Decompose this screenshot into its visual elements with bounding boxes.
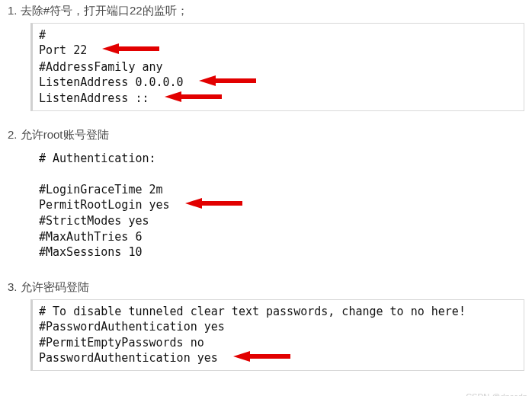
step-text: 去除#符号，打开端口22的监听；	[21, 4, 188, 17]
svg-marker-4	[233, 351, 290, 362]
arrow-icon	[165, 91, 222, 107]
code-line: Port 22	[39, 43, 518, 59]
step-num: 3.	[8, 280, 18, 293]
step-text: 允许密码登陆	[21, 280, 89, 293]
code-block-3: # To disable tunneled clear text passwor…	[30, 299, 524, 371]
arrow-icon	[199, 75, 256, 91]
code-line: #StrictModes yes	[39, 213, 518, 228]
step-2: 2. 允许root账号登陆 # Authentication: #LoginGr…	[8, 128, 524, 263]
code-line	[39, 167, 518, 182]
arrow-icon	[102, 43, 159, 59]
code-line: #MaxAuthTries 6	[39, 229, 518, 244]
svg-marker-0	[102, 43, 159, 54]
code-line: #	[39, 27, 518, 43]
code-line: PermitRootLogin yes	[39, 197, 518, 213]
svg-marker-2	[165, 91, 222, 102]
code-line: # Authentication:	[39, 151, 518, 166]
code-line: #AddressFamily any	[39, 59, 518, 75]
step-num: 1.	[8, 4, 18, 17]
code-line: #MaxSessions 10	[39, 244, 518, 260]
step-1: 1. 去除#符号，打开端口22的监听； # Port 22 #AddressFa…	[8, 4, 524, 111]
code-line: ListenAddress ::	[39, 91, 518, 107]
code-block-2: # Authentication: #LoginGraceTime 2m Per…	[30, 147, 524, 263]
step-text: 允许root账号登陆	[21, 128, 109, 141]
code-line: # To disable tunneled clear text passwor…	[39, 304, 518, 319]
step-3: 3. 允许密码登陆 # To disable tunneled clear te…	[8, 280, 524, 371]
code-line: #PermitEmptyPasswords no	[39, 335, 518, 350]
code-line: #LoginGraceTime 2m	[39, 182, 518, 197]
step-title: 3. 允许密码登陆	[8, 280, 524, 295]
code-line: ListenAddress 0.0.0.0	[39, 75, 518, 91]
step-title: 1. 去除#符号，打开端口22的监听；	[8, 4, 524, 18]
code-block-1: # Port 22 #AddressFamily any ListenAddre…	[30, 23, 524, 111]
arrow-icon	[185, 197, 242, 213]
svg-marker-3	[185, 198, 242, 209]
watermark: CSDN @dpscdp	[466, 392, 527, 396]
arrow-icon	[233, 350, 290, 366]
step-num: 2.	[8, 128, 18, 141]
code-line: PasswordAuthentication yes	[39, 350, 518, 366]
step-title: 2. 允许root账号登陆	[8, 128, 524, 142]
code-line: #PasswordAuthentication yes	[39, 319, 518, 334]
svg-marker-1	[199, 75, 256, 86]
